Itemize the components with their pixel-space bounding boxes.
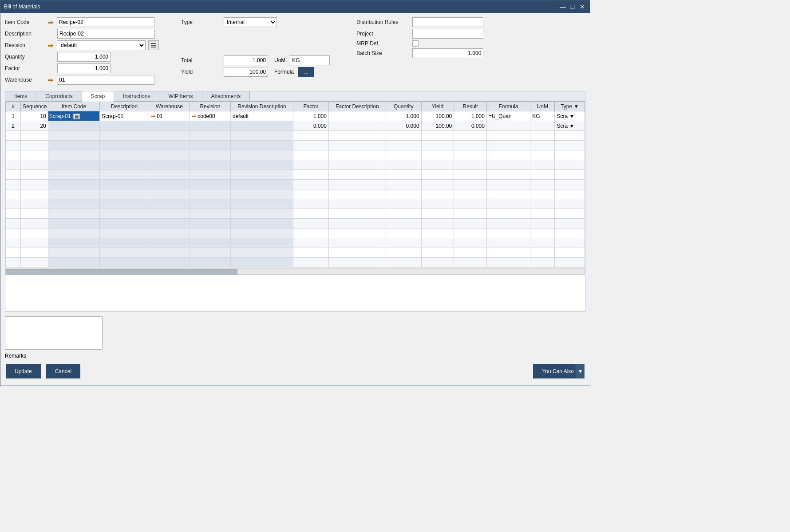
col-factor-desc: Factor Description [328, 102, 386, 111]
revision-select[interactable]: default [57, 40, 146, 50]
table-row: 1 10 Scrap-01 ▦ Scrap-01 ➡ 01 ➡ c [6, 111, 585, 121]
total-row: Total UoM [181, 55, 330, 65]
cell-num: 2 [6, 121, 21, 131]
uom-label: UoM [274, 57, 285, 63]
col-revision: Revision [190, 102, 230, 111]
factor-label: Factor [5, 65, 45, 71]
table-row [6, 238, 585, 248]
tab-coproducts[interactable]: Coproducts [36, 91, 82, 101]
left-fields: Item Code ➡ Description Revision ➡ defau… [5, 17, 159, 87]
horizontal-scrollbar[interactable] [5, 268, 585, 275]
cell-formula: =U_Quan [486, 111, 530, 121]
col-warehouse: Warehouse [149, 102, 190, 111]
mrp-def-checkbox[interactable] [412, 40, 419, 47]
cell-desc [100, 121, 149, 131]
type-select[interactable]: Internal [224, 17, 277, 27]
rev-arrow-icon: ➡ [192, 113, 196, 119]
tab-items[interactable]: Items [5, 91, 36, 101]
svg-rect-0 [151, 43, 156, 44]
cell-result: 0.000 [454, 121, 487, 131]
description-input[interactable] [57, 29, 155, 39]
cell-yield: 100.00 [421, 121, 454, 131]
item-code-cell-icon[interactable]: ▦ [73, 114, 80, 119]
yield-row: Yield Formula ... [181, 67, 330, 77]
description-row: Description [5, 29, 159, 39]
item-code-row: Item Code ➡ [5, 17, 159, 27]
you-can-also-dropdown-button[interactable]: ▼ [576, 364, 585, 378]
type-row: Type Internal [181, 17, 330, 27]
table-row [6, 131, 585, 141]
cancel-button[interactable]: Cancel [46, 364, 80, 378]
item-code-label: Item Code [5, 19, 45, 25]
cell-seq: 20 [21, 121, 48, 131]
cell-wh [149, 121, 190, 131]
remarks-section: Remarks [5, 316, 103, 359]
formula-label: Formula [274, 69, 294, 75]
yield-input[interactable] [224, 67, 268, 77]
col-sequence: Sequence [21, 102, 48, 111]
quantity-row: Quantity [5, 52, 159, 62]
cell-qty: 0.000 [386, 121, 421, 131]
svg-rect-1 [151, 45, 156, 46]
close-button[interactable]: ✕ [578, 3, 586, 11]
table-row [6, 189, 585, 199]
scrollbar-thumb[interactable] [6, 269, 237, 275]
total-label: Total [181, 57, 221, 63]
warehouse-input[interactable] [57, 75, 154, 85]
cell-qty: 1.000 [386, 111, 421, 121]
cell-type: Scra ▼ [555, 111, 585, 121]
project-label: Project [356, 31, 410, 37]
cell-factor-desc [328, 121, 386, 131]
col-uom: UoM [530, 102, 555, 111]
minimize-button[interactable]: — [559, 3, 567, 11]
remarks-label: Remarks [5, 353, 103, 359]
cell-type: Scra ▼ [555, 121, 585, 131]
right-fields: Distribution Rules Project MRP Def. Batc… [356, 17, 483, 60]
factor-input[interactable] [57, 63, 111, 73]
cell-num: 1 [6, 111, 21, 121]
cell-item-code[interactable]: Scrap-01 ▦ [48, 111, 100, 121]
item-code-cell-text: Scrap-01 [49, 113, 71, 119]
revision-row: Revision ➡ default [5, 40, 159, 50]
quantity-input[interactable] [57, 52, 111, 62]
table-row [6, 160, 585, 170]
table-row [6, 229, 585, 238]
tab-attachments[interactable]: Attachments [202, 91, 250, 101]
tab-instructions[interactable]: Instructions [114, 91, 159, 101]
table-row [6, 180, 585, 189]
batch-size-input[interactable] [412, 48, 483, 58]
table-row [6, 219, 585, 229]
col-quantity: Quantity [386, 102, 421, 111]
dist-rules-label: Distribution Rules [356, 19, 410, 25]
item-code-input[interactable] [57, 17, 154, 27]
table-row [6, 258, 585, 268]
cell-desc: Scrap-01 [100, 111, 149, 121]
remarks-input[interactable] [5, 316, 103, 350]
revision-label: Revision [5, 42, 45, 48]
batch-size-row: Batch Size [356, 48, 483, 58]
warehouse-arrow-icon: ➡ [47, 76, 53, 84]
you-can-also-button[interactable]: You Can Also [533, 364, 576, 378]
tab-wip-items[interactable]: WIP Items [159, 91, 202, 101]
left-buttons: Update Cancel [6, 364, 80, 378]
total-input[interactable] [224, 55, 268, 65]
restore-button[interactable]: □ [569, 3, 577, 11]
table-row [6, 170, 585, 180]
description-label: Description [5, 31, 45, 37]
cell-rev-desc [230, 121, 293, 131]
revision-browse-button[interactable] [148, 40, 159, 50]
grid-table: # Sequence Item Code Description Warehou… [5, 102, 585, 268]
table-row [6, 150, 585, 160]
update-button[interactable]: Update [6, 364, 41, 378]
item-code-arrow-icon: ➡ [47, 18, 53, 27]
uom-input[interactable] [290, 55, 330, 65]
you-can-also-section: You Can Also ▼ [533, 364, 585, 378]
mrp-def-row: MRP Def. [356, 40, 483, 47]
dist-rules-input[interactable] [412, 17, 483, 27]
cell-item-code[interactable] [48, 121, 100, 131]
tab-scrap[interactable]: Scrap [82, 91, 114, 102]
spacer-row2 [181, 42, 330, 54]
formula-button[interactable]: ... [298, 67, 314, 77]
project-input[interactable] [412, 29, 483, 39]
form-fields: Item Code ➡ Description Revision ➡ defau… [5, 17, 585, 87]
